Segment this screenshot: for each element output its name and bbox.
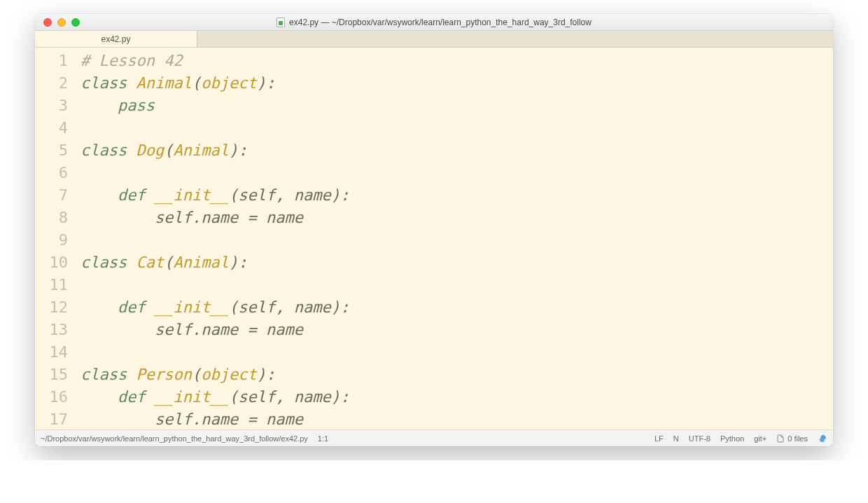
- token-keyword: pass: [118, 97, 155, 114]
- token-punct: ):: [229, 142, 248, 159]
- status-language[interactable]: Python: [720, 434, 744, 443]
- line-number: 8: [35, 207, 80, 229]
- line-number: 4: [35, 117, 80, 139]
- line-number: 17: [35, 408, 80, 431]
- token-funcname: __init__: [155, 298, 229, 316]
- minimize-button[interactable]: [57, 18, 66, 27]
- code-line[interactable]: class Dog(Animal):: [80, 139, 833, 162]
- token-keyword: class: [80, 254, 136, 271]
- token-plain: self.name = name: [80, 321, 303, 338]
- line-number-gutter: 1234567891011121314151617: [35, 48, 80, 429]
- code-line[interactable]: [80, 341, 833, 364]
- tab-label: ex42.py: [101, 34, 130, 44]
- line-number: 9: [35, 229, 80, 252]
- code-line[interactable]: # Lesson 42: [80, 50, 833, 72]
- code-line[interactable]: [80, 274, 833, 296]
- editor-window: ex42.py — ~/Dropbox/var/wsywork/learn/le…: [35, 14, 833, 446]
- code-line[interactable]: [80, 117, 833, 139]
- token-punct: (: [192, 74, 201, 92]
- status-git[interactable]: git+: [754, 434, 766, 443]
- line-number: 5: [35, 139, 80, 162]
- token-plain: self.name = name: [80, 209, 303, 226]
- token-punct: (self, name):: [229, 388, 349, 406]
- line-number: 7: [35, 184, 80, 207]
- token-keyword: class: [80, 74, 136, 92]
- status-bar: ~/Dropbox/var/wsywork/learn/learn_python…: [35, 429, 833, 446]
- status-right: LF N UTF-8 Python git+ 0 files: [654, 434, 827, 443]
- status-left: ~/Dropbox/var/wsywork/learn/learn_python…: [41, 434, 654, 443]
- code-line[interactable]: class Cat(Animal):: [80, 252, 833, 274]
- status-mode[interactable]: N: [673, 434, 679, 443]
- window-title-text: ex42.py — ~/Dropbox/var/wsywork/learn/le…: [289, 18, 592, 27]
- status-position[interactable]: 1:1: [318, 434, 328, 443]
- status-path[interactable]: ~/Dropbox/var/wsywork/learn/learn_python…: [41, 434, 308, 443]
- line-number: 10: [35, 252, 80, 274]
- token-punct: (: [164, 254, 173, 271]
- code-text-area[interactable]: # Lesson 42class Animal(object): passcla…: [80, 48, 833, 429]
- window-title: ex42.py — ~/Dropbox/var/wsywork/learn/le…: [276, 18, 592, 27]
- token-typename: Person: [136, 366, 191, 383]
- token-typename: Dog: [136, 142, 164, 159]
- code-line[interactable]: def __init__(self, name):: [80, 184, 833, 207]
- token-punct: ):: [257, 366, 276, 383]
- line-number: 16: [35, 386, 80, 408]
- tab-ex42[interactable]: ex42.py: [35, 31, 197, 47]
- maximize-button[interactable]: [71, 18, 80, 27]
- token-typename: object: [201, 74, 256, 92]
- code-line[interactable]: [80, 229, 833, 252]
- token-plain: [80, 186, 118, 204]
- token-punct: (: [164, 142, 173, 159]
- token-typename: object: [201, 366, 256, 383]
- token-funcname: __init__: [155, 186, 229, 204]
- code-line[interactable]: self.name = name: [80, 319, 833, 341]
- token-typename: Animal: [136, 74, 191, 92]
- token-punct: (self, name):: [229, 298, 349, 316]
- code-line[interactable]: def __init__(self, name):: [80, 386, 833, 408]
- token-typename: Cat: [136, 254, 164, 271]
- file-icon: [276, 18, 285, 27]
- token-keyword: class: [80, 366, 136, 383]
- token-punct: ):: [229, 254, 248, 271]
- token-punct: (: [192, 366, 201, 383]
- line-number: 3: [35, 95, 80, 117]
- line-number: 14: [35, 341, 80, 364]
- status-files-text: 0 files: [788, 434, 808, 443]
- line-number: 13: [35, 319, 80, 341]
- code-line[interactable]: def __init__(self, name):: [80, 296, 833, 319]
- line-number: 2: [35, 72, 80, 95]
- status-files[interactable]: 0 files: [776, 434, 808, 443]
- line-number: 15: [35, 364, 80, 386]
- tab-bar: ex42.py: [35, 31, 833, 48]
- token-keyword: def: [118, 388, 155, 406]
- token-plain: self.name = name: [80, 411, 303, 428]
- line-number: 1: [35, 50, 80, 72]
- close-button[interactable]: [43, 18, 52, 27]
- file-icon: [776, 434, 785, 443]
- token-keyword: class: [80, 142, 136, 159]
- token-comment: # Lesson 42: [80, 52, 183, 69]
- token-typename: Animal: [173, 254, 228, 271]
- token-keyword: def: [118, 298, 155, 316]
- token-punct: ):: [257, 74, 276, 92]
- squirrel-icon[interactable]: [818, 434, 827, 443]
- editor-area: 1234567891011121314151617 # Lesson 42cla…: [35, 48, 833, 429]
- code-line[interactable]: [80, 162, 833, 184]
- token-plain: [80, 298, 118, 316]
- code-line[interactable]: self.name = name: [80, 207, 833, 229]
- code-line[interactable]: class Person(object):: [80, 364, 833, 386]
- token-funcname: __init__: [155, 388, 229, 406]
- code-line[interactable]: class Animal(object):: [80, 72, 833, 95]
- token-punct: (self, name):: [229, 186, 349, 204]
- traffic-lights: [35, 18, 80, 27]
- status-encoding[interactable]: UTF-8: [689, 434, 710, 443]
- code-line[interactable]: pass: [80, 95, 833, 117]
- token-plain: [80, 97, 118, 114]
- token-plain: [80, 388, 118, 406]
- status-line-ending[interactable]: LF: [654, 434, 664, 443]
- line-number: 6: [35, 162, 80, 184]
- title-bar: ex42.py — ~/Dropbox/var/wsywork/learn/le…: [35, 14, 833, 31]
- line-number: 12: [35, 296, 80, 319]
- line-number: 11: [35, 274, 80, 296]
- token-typename: Animal: [173, 142, 228, 159]
- code-line[interactable]: self.name = name: [80, 408, 833, 429]
